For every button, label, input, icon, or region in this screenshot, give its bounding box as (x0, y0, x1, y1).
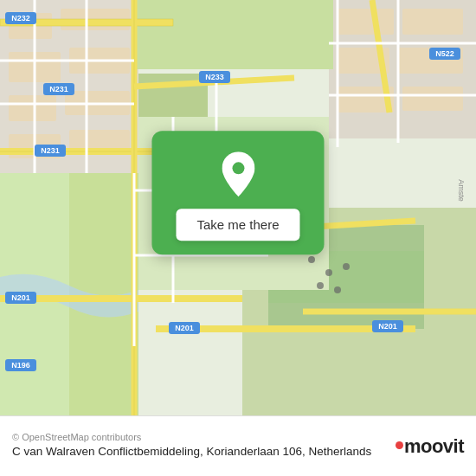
svg-rect-23 (138, 74, 208, 117)
svg-point-56 (334, 286, 341, 293)
svg-text:N201: N201 (175, 324, 194, 332)
footer-text-block: © OpenStreetMap contributors C van Walra… (12, 432, 385, 460)
svg-text:Amste: Amste (457, 179, 466, 202)
svg-rect-17 (402, 9, 463, 35)
take-me-there-button[interactable]: Take me there (176, 209, 299, 241)
location-title: C van Walraven Conflictbemiddeling, Kori… (12, 444, 385, 460)
location-pin (217, 148, 259, 200)
moovit-logo: moovit (396, 435, 464, 458)
svg-point-52 (308, 256, 315, 263)
svg-text:N231: N231 (49, 85, 68, 93)
svg-point-53 (325, 269, 332, 276)
svg-point-55 (317, 282, 324, 289)
svg-point-54 (343, 263, 350, 270)
map-attribution: © OpenStreetMap contributors (12, 432, 385, 442)
svg-point-78 (232, 162, 244, 174)
svg-text:N522: N522 (435, 49, 454, 58)
svg-text:N232: N232 (11, 14, 30, 23)
svg-rect-16 (338, 9, 394, 35)
svg-text:N231: N231 (41, 146, 60, 155)
svg-text:N233: N233 (205, 73, 224, 81)
map-container: N232 N233 N231 N231 N201 N201 N201 N196 … (0, 0, 476, 415)
location-popup: Take me there (151, 131, 324, 254)
svg-rect-11 (9, 95, 56, 121)
moovit-logo-text: moovit (396, 435, 464, 458)
svg-rect-21 (402, 87, 463, 111)
svg-rect-22 (134, 0, 333, 69)
svg-text:N201: N201 (11, 293, 30, 302)
svg-text:N201: N201 (378, 322, 397, 331)
footer: © OpenStreetMap contributors C van Walra… (0, 415, 476, 476)
moovit-dot-icon (396, 441, 403, 449)
svg-text:N196: N196 (11, 361, 30, 370)
